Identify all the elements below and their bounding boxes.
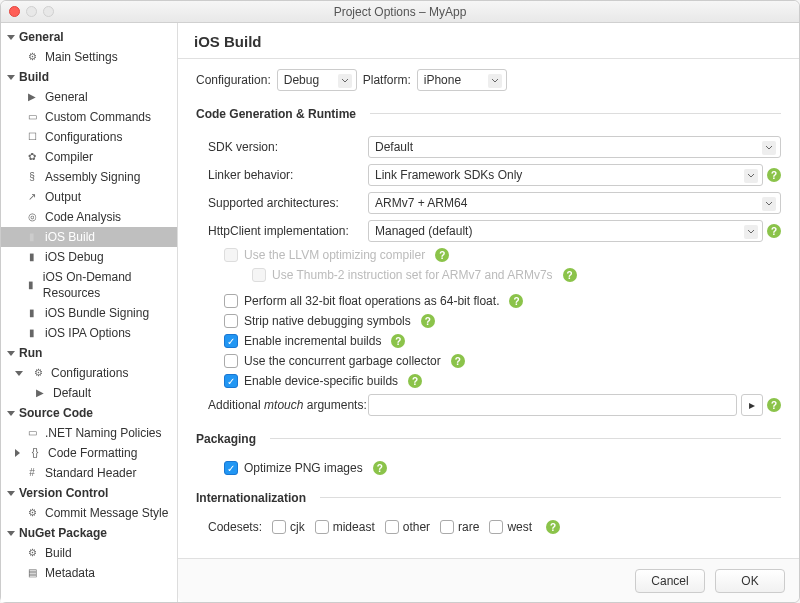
mtouch-expand-button[interactable]: ▸ <box>741 394 763 416</box>
sidebar-item-build-general[interactable]: ▶General <box>1 87 177 107</box>
codeset-other-checkbox[interactable] <box>385 520 399 534</box>
sidebar-item-nuget-metadata[interactable]: ▤Metadata <box>1 563 177 583</box>
codeset-cjk-label: cjk <box>290 520 305 534</box>
section-packaging-title: Packaging <box>196 432 256 447</box>
llvm-checkbox <box>224 248 238 262</box>
project-options-window: Project Options – MyApp General ⚙Main Se… <box>0 0 800 603</box>
help-icon[interactable]: ? <box>451 354 465 368</box>
help-icon[interactable]: ? <box>767 168 781 182</box>
chevron-down-icon <box>762 141 776 155</box>
gc-checkbox[interactable] <box>224 354 238 368</box>
device-icon: ▮ <box>25 326 39 340</box>
float-label: Perform all 32-bit float operations as 6… <box>244 294 499 308</box>
sidebar-item-ios-ipa[interactable]: ▮iOS IPA Options <box>1 323 177 343</box>
strip-checkbox[interactable] <box>224 314 238 328</box>
device-checkbox[interactable]: ✓ <box>224 374 238 388</box>
chevron-down-icon <box>744 225 758 239</box>
sidebar-group-nuget[interactable]: NuGet Package <box>1 523 177 543</box>
optimize-png-checkbox[interactable]: ✓ <box>224 461 238 475</box>
help-icon[interactable]: ? <box>509 294 523 308</box>
linker-label: Linker behavior: <box>208 168 368 182</box>
sidebar-item-code-analysis[interactable]: ◎Code Analysis <box>1 207 177 227</box>
sdk-select[interactable]: Default <box>368 136 781 158</box>
mtouch-input[interactable] <box>368 394 737 416</box>
sidebar-group-build[interactable]: Build <box>1 67 177 87</box>
minimize-window-button[interactable] <box>26 6 37 17</box>
page-title: iOS Build <box>194 33 783 50</box>
arrow-icon: ↗ <box>25 190 39 204</box>
sidebar-item-run-configurations[interactable]: ⚙Configurations <box>1 363 177 383</box>
help-icon[interactable]: ? <box>435 248 449 262</box>
float-checkbox[interactable] <box>224 294 238 308</box>
sidebar-item-ios-ondemand[interactable]: ▮iOS On-Demand Resources <box>1 267 177 303</box>
arch-select[interactable]: ARMv7 + ARM64 <box>368 192 781 214</box>
search-icon: ◎ <box>25 210 39 224</box>
help-icon[interactable]: ? <box>373 461 387 475</box>
badge-icon: ▭ <box>25 426 39 440</box>
sidebar-item-code-formatting[interactable]: {}Code Formatting <box>1 443 177 463</box>
thumb-checkbox <box>252 268 266 282</box>
sidebar-item-configurations[interactable]: ☐Configurations <box>1 127 177 147</box>
sidebar-item-ios-build[interactable]: ▮iOS Build <box>1 227 177 247</box>
sidebar-item-ios-bundle-signing[interactable]: ▮iOS Bundle Signing <box>1 303 177 323</box>
configuration-select[interactable]: Debug <box>277 69 357 91</box>
hash-icon: # <box>25 466 39 480</box>
key-icon: § <box>25 170 39 184</box>
sidebar-item-main-settings[interactable]: ⚙Main Settings <box>1 47 177 67</box>
dialog-footer: Cancel OK <box>178 558 799 602</box>
gear-icon: ⚙ <box>25 546 39 560</box>
zoom-window-button[interactable] <box>43 6 54 17</box>
terminal-icon: ▭ <box>25 110 39 124</box>
gc-label: Use the concurrent garbage collector <box>244 354 441 368</box>
sidebar-group-version-control[interactable]: Version Control <box>1 483 177 503</box>
doc-icon: ▤ <box>25 566 39 580</box>
help-icon[interactable]: ? <box>421 314 435 328</box>
help-icon[interactable]: ? <box>767 398 781 412</box>
help-icon[interactable]: ? <box>391 334 405 348</box>
section-i18n-title: Internationalization <box>196 491 306 506</box>
sidebar-group-source-code[interactable]: Source Code <box>1 403 177 423</box>
sidebar-item-nuget-build[interactable]: ⚙Build <box>1 543 177 563</box>
help-icon[interactable]: ? <box>546 520 560 534</box>
mtouch-label: Additional mtouch arguments: <box>208 398 368 412</box>
codeset-mideast-checkbox[interactable] <box>315 520 329 534</box>
incremental-checkbox[interactable]: ✓ <box>224 334 238 348</box>
sidebar-item-assembly-signing[interactable]: §Assembly Signing <box>1 167 177 187</box>
window-title: Project Options – MyApp <box>54 5 746 19</box>
chevron-down-icon <box>488 74 502 88</box>
configuration-label: Configuration: <box>196 73 271 87</box>
device-icon: ▮ <box>25 250 39 264</box>
sidebar-item-naming-policies[interactable]: ▭.NET Naming Policies <box>1 423 177 443</box>
sidebar-item-compiler[interactable]: ✿Compiler <box>1 147 177 167</box>
codeset-other-label: other <box>403 520 430 534</box>
thumb-label: Use Thumb-2 instruction set for ARMv7 an… <box>272 268 553 282</box>
sidebar-item-standard-header[interactable]: #Standard Header <box>1 463 177 483</box>
chevron-down-icon <box>744 169 758 183</box>
linker-select[interactable]: Link Framework SDKs Only <box>368 164 763 186</box>
codeset-rare-checkbox[interactable] <box>440 520 454 534</box>
cancel-button[interactable]: Cancel <box>635 569 705 593</box>
section-codegen-title: Code Generation & Runtime <box>196 107 356 122</box>
help-icon[interactable]: ? <box>767 224 781 238</box>
gear-icon: ⚙ <box>31 366 45 380</box>
help-icon[interactable]: ? <box>408 374 422 388</box>
llvm-label: Use the LLVM optimizing compiler <box>244 248 425 262</box>
device-icon: ▮ <box>25 306 39 320</box>
sidebar-group-run[interactable]: Run <box>1 343 177 363</box>
platform-select[interactable]: iPhone <box>417 69 507 91</box>
sidebar-item-run-default[interactable]: ▶Default <box>1 383 177 403</box>
sidebar-item-commit-style[interactable]: ⚙Commit Message Style <box>1 503 177 523</box>
sidebar-group-general[interactable]: General <box>1 27 177 47</box>
http-select[interactable]: Managed (default) <box>368 220 763 242</box>
arch-label: Supported architectures: <box>208 196 368 210</box>
close-window-button[interactable] <box>9 6 20 17</box>
help-icon[interactable]: ? <box>563 268 577 282</box>
sidebar-item-custom-commands[interactable]: ▭Custom Commands <box>1 107 177 127</box>
sidebar-item-ios-debug[interactable]: ▮iOS Debug <box>1 247 177 267</box>
gear-icon: ⚙ <box>25 506 39 520</box>
strip-label: Strip native debugging symbols <box>244 314 411 328</box>
codeset-west-checkbox[interactable] <box>489 520 503 534</box>
sidebar-item-output[interactable]: ↗Output <box>1 187 177 207</box>
codeset-cjk-checkbox[interactable] <box>272 520 286 534</box>
ok-button[interactable]: OK <box>715 569 785 593</box>
